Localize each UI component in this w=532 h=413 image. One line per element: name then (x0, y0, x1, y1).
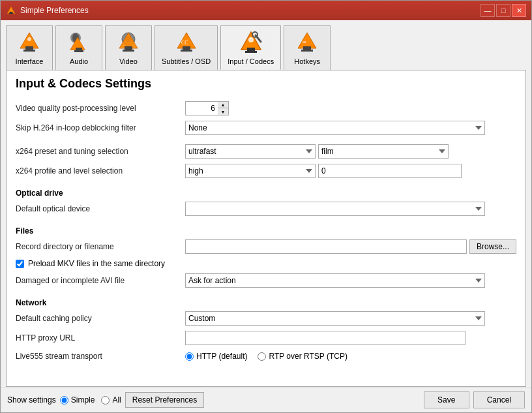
skip-h264-label: Skip H.264 in-loop deblocking filter (16, 123, 185, 132)
live555-http-item: HTTP (default) (185, 352, 247, 361)
reset-preferences-button[interactable]: Reset Preferences (125, 392, 204, 408)
damaged-avi-label: Damaged or incomplete AVI file (16, 276, 185, 285)
optical-device-row: Default optical device (7, 199, 525, 219)
svg-rect-22 (247, 48, 255, 51)
tab-input-label: Input / Codecs (228, 57, 274, 65)
video-quality-label: Video quality post-processing level (16, 104, 185, 113)
show-settings-label: Show settings (7, 395, 56, 405)
x264-profile-control: baseline main high high10 (185, 164, 516, 178)
all-radio-label: All (112, 395, 121, 405)
x264-preset-label: x264 preset and tuning selection (16, 147, 185, 156)
record-dir-row: Record directory or filename Browse... (7, 237, 525, 256)
settings-scroll[interactable]: Video quality post-processing level ▲ ▼ … (7, 96, 525, 386)
interface-icon (16, 30, 42, 56)
caching-policy-select[interactable]: Custom Lowest latency Low latency Normal… (185, 311, 485, 326)
http-proxy-control (185, 331, 516, 345)
live555-label: Live555 stream transport (16, 352, 185, 361)
caching-policy-row: Default caching policy Custom Lowest lat… (7, 309, 525, 328)
optical-drive-section: Optical drive (7, 185, 525, 199)
all-radio[interactable] (101, 396, 110, 405)
content-area: Input & Codecs Settings Video quality po… (6, 70, 526, 387)
page-title: Input & Codecs Settings (7, 70, 525, 96)
damaged-avi-row: Damaged or incomplete AVI file Ask for a… (7, 271, 525, 290)
minimize-button[interactable]: — (480, 4, 495, 17)
live555-rtp-radio[interactable] (258, 352, 266, 361)
maximize-button[interactable]: □ (496, 4, 510, 17)
svg-rect-15 (125, 46, 132, 50)
audio-icon (66, 30, 92, 56)
preload-mkv-checkbox[interactable] (16, 260, 24, 268)
x264-level-input[interactable] (318, 164, 462, 178)
cancel-button[interactable]: Cancel (473, 391, 525, 408)
http-proxy-input[interactable] (185, 331, 466, 345)
window-title: Simple Preferences (20, 6, 89, 15)
svg-point-6 (27, 37, 31, 41)
live555-http-label: HTTP (default) (196, 352, 247, 361)
tab-input[interactable]: Input / Codecs (220, 25, 281, 70)
preload-mkv-label: Preload MKV files in the same directory (28, 259, 165, 268)
record-dir-input[interactable] (185, 239, 467, 254)
svg-rect-19 (181, 50, 192, 52)
x264-profile-label: x264 profile and level selection (16, 166, 185, 176)
spin-down[interactable]: ▼ (218, 108, 228, 115)
damaged-avi-control: Ask for action Always fix Never fix Alwa… (185, 273, 516, 288)
browse-button[interactable]: Browse... (469, 239, 516, 254)
x264-preset-select[interactable]: ultrafast superfast veryfast faster fast… (185, 144, 316, 159)
video-quality-row: Video quality post-processing level ▲ ▼ (7, 99, 525, 118)
record-dir-control: Browse... (185, 239, 516, 254)
hotkeys-icon: ⌨ (294, 30, 320, 56)
titlebar-buttons: — □ ✕ (480, 4, 526, 17)
simple-radio-item: Simple (60, 395, 95, 405)
close-button[interactable]: ✕ (512, 4, 526, 17)
svg-marker-27 (298, 33, 316, 48)
spin-up[interactable]: ▲ (218, 102, 228, 108)
live555-http-radio[interactable] (185, 352, 194, 361)
optical-device-select[interactable] (185, 202, 485, 216)
live555-rtp-label: RTP over RTSP (TCP) (269, 352, 347, 361)
svg-rect-16 (123, 50, 134, 52)
http-proxy-label: HTTP proxy URL (16, 333, 185, 343)
simple-radio-label: Simple (71, 395, 95, 405)
tabs-bar: Interface Audio Video (1, 20, 531, 70)
simple-radio[interactable] (60, 396, 68, 405)
input-icon (238, 30, 264, 56)
skip-h264-select[interactable]: None All Non-ref Bidir (185, 121, 485, 135)
tab-interface[interactable]: Interface (6, 25, 53, 70)
live555-rtp-item: RTP over RTSP (TCP) (258, 352, 347, 361)
svg-rect-4 (25, 46, 33, 50)
save-button[interactable]: Save (424, 391, 469, 408)
x264-preset-control: ultrafast superfast veryfast faster fast… (185, 144, 516, 159)
x264-tuning-select[interactable]: film animation grain stillimage (318, 144, 449, 159)
tab-interface-label: Interface (16, 57, 44, 65)
x264-profile-row: x264 profile and level selection baselin… (7, 161, 525, 181)
skip-h264-control: None All Non-ref Bidir (185, 121, 516, 135)
live555-radio-group: HTTP (default) RTP over RTSP (TCP) (185, 352, 347, 361)
video-icon (115, 30, 141, 56)
tab-audio[interactable]: Audio (55, 25, 102, 70)
tab-subtitles[interactable]: CC Subtitles / OSD (155, 25, 218, 70)
optical-device-control (185, 202, 516, 216)
x264-preset-row: x264 preset and tuning selection ultrafa… (7, 142, 525, 161)
tab-audio-label: Audio (70, 57, 88, 65)
all-radio-item: All (101, 395, 121, 405)
x264-profile-select[interactable]: baseline main high high10 (185, 164, 316, 178)
video-quality-input[interactable] (185, 101, 218, 115)
video-quality-spinner: ▲ ▼ (185, 101, 229, 115)
bottom-right: Save Cancel (424, 391, 525, 408)
tab-subtitles-label: Subtitles / OSD (162, 57, 211, 65)
tab-video-label: Video (119, 57, 138, 65)
damaged-avi-select[interactable]: Ask for action Always fix Never fix Alwa… (185, 273, 485, 288)
record-dir-label: Record directory or filename (16, 242, 185, 251)
bottom-bar: Show settings Simple All Reset Preferenc… (1, 387, 531, 412)
titlebar: Simple Preferences — □ ✕ (1, 1, 531, 20)
live555-control: HTTP (default) RTP over RTSP (TCP) (185, 352, 516, 361)
tab-hotkeys-label: Hotkeys (294, 57, 320, 65)
tab-hotkeys[interactable]: ⌨ Hotkeys (284, 25, 331, 70)
svg-rect-23 (245, 51, 257, 53)
svg-point-24 (248, 37, 254, 42)
titlebar-left: Simple Preferences (6, 5, 89, 16)
vlc-title-icon (6, 5, 16, 16)
tab-video[interactable]: Video (105, 25, 152, 70)
caching-policy-label: Default caching policy (16, 314, 185, 323)
svg-rect-1 (10, 12, 13, 13)
